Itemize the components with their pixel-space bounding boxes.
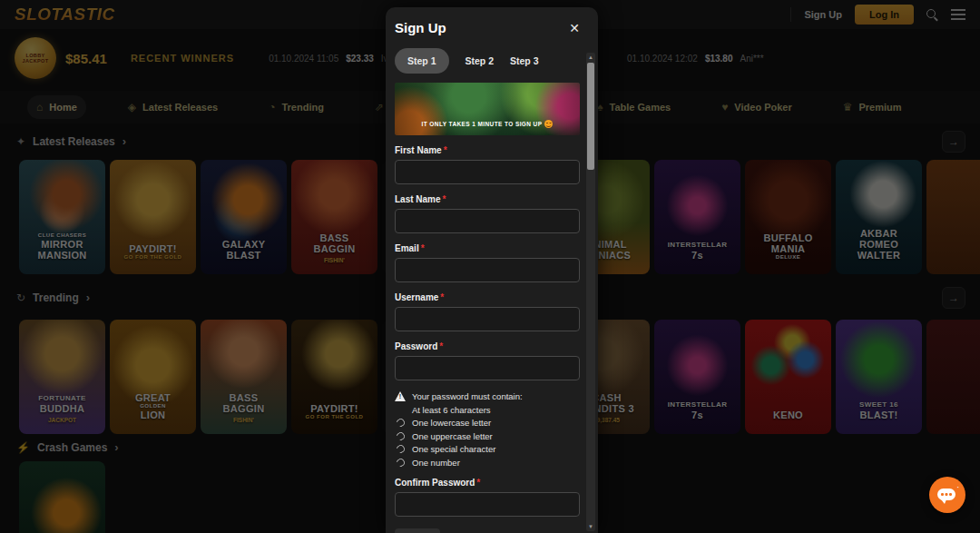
form-field: Username*: [395, 292, 580, 331]
confirm-password-field: Confirm Password*: [395, 478, 580, 517]
smiley-icon: [544, 120, 553, 128]
next-button[interactable]: Next: [395, 528, 440, 533]
field-label-text: Password: [395, 341, 437, 351]
field-label-text: Email: [395, 243, 419, 253]
chat-sparkle-icon: ·: [957, 484, 959, 490]
password-rule: One lowercase letter: [395, 418, 580, 428]
required-asterisk: *: [421, 243, 425, 253]
form-field: Email*: [395, 243, 580, 282]
live-chat-button[interactable]: ·: [929, 477, 965, 513]
field-label: Last Name*: [395, 194, 580, 204]
field-label: Username*: [395, 292, 580, 302]
close-icon[interactable]: ✕: [569, 22, 580, 35]
modal-title: Sign Up: [395, 20, 446, 35]
password-rules-heading: Your password must contain:: [412, 391, 523, 401]
signup-banner: IT ONLY TAKES 1 MINUTE TO SIGN UP: [395, 83, 580, 135]
rule-status-icon: [395, 419, 406, 427]
rule-status-icon: [395, 459, 406, 467]
field-label: First Name*: [395, 145, 580, 155]
rule-text: At least 6 characters: [412, 405, 491, 415]
step-tab[interactable]: Step 2: [466, 48, 495, 74]
field-label-text: Last Name: [395, 194, 441, 204]
rule-text: One uppercase letter: [412, 431, 493, 441]
scrollbar-thumb[interactable]: [587, 63, 594, 170]
form-field: First Name*: [395, 145, 580, 184]
scroll-up-arrow[interactable]: ▲: [586, 53, 595, 62]
password-rule: At least 6 characters: [395, 405, 580, 415]
required-asterisk: *: [443, 194, 446, 204]
chat-icon: [937, 489, 956, 500]
rule-status-icon: [395, 432, 406, 440]
text-input[interactable]: [395, 160, 580, 184]
form-field: Password*: [395, 341, 580, 380]
text-input[interactable]: [395, 209, 580, 233]
signup-modal: Sign Up ✕ Step 1Step 2Step 3 IT ONLY TAK…: [386, 7, 598, 533]
banner-caption: IT ONLY TAKES 1 MINUTE TO SIGN UP: [395, 120, 580, 128]
step-tab[interactable]: Step 1: [395, 48, 449, 74]
text-input[interactable]: [395, 356, 580, 380]
password-rules-list: At least 6 characters One lowercase lett…: [395, 405, 580, 468]
password-rule: One uppercase letter: [395, 431, 580, 441]
scroll-down-arrow[interactable]: ▼: [586, 522, 595, 531]
required-asterisk: *: [444, 145, 447, 155]
confirm-password-input[interactable]: [395, 492, 580, 517]
field-label: Confirm Password*: [395, 478, 580, 488]
rule-text: One special character: [412, 444, 495, 454]
text-input[interactable]: [395, 307, 580, 331]
required-asterisk: *: [476, 478, 480, 488]
field-label-text: Username: [395, 292, 438, 302]
page: SLOTASTIC Sign Up Log In LOBBY JACKPOT $…: [0, 0, 980, 533]
rule-text: One number: [412, 458, 460, 468]
step-tab[interactable]: Step 3: [510, 48, 539, 74]
signup-form: First Name* Last Name* Email*: [395, 145, 580, 380]
rule-text: One lowercase letter: [412, 418, 491, 428]
rule-status-icon: [395, 445, 406, 453]
password-rule: One number: [395, 458, 580, 468]
warning-icon: !: [395, 391, 406, 401]
field-label: Password*: [395, 341, 580, 351]
password-requirements: ! Your password must contain: At least 6…: [395, 391, 580, 468]
banner-caption-text: IT ONLY TAKES 1 MINUTE TO SIGN UP: [422, 121, 543, 127]
field-label-text: Confirm Password: [395, 478, 475, 488]
required-asterisk: *: [440, 292, 444, 302]
field-label-text: First Name: [395, 145, 442, 155]
field-label: Email*: [395, 243, 580, 253]
text-input[interactable]: [395, 258, 580, 282]
modal-scrollbar[interactable]: ▲ ▼: [586, 53, 595, 531]
required-asterisk: *: [439, 341, 443, 351]
signup-steps: Step 1Step 2Step 3: [395, 48, 580, 74]
password-rule: One special character: [395, 444, 580, 454]
form-field: Last Name*: [395, 194, 580, 233]
